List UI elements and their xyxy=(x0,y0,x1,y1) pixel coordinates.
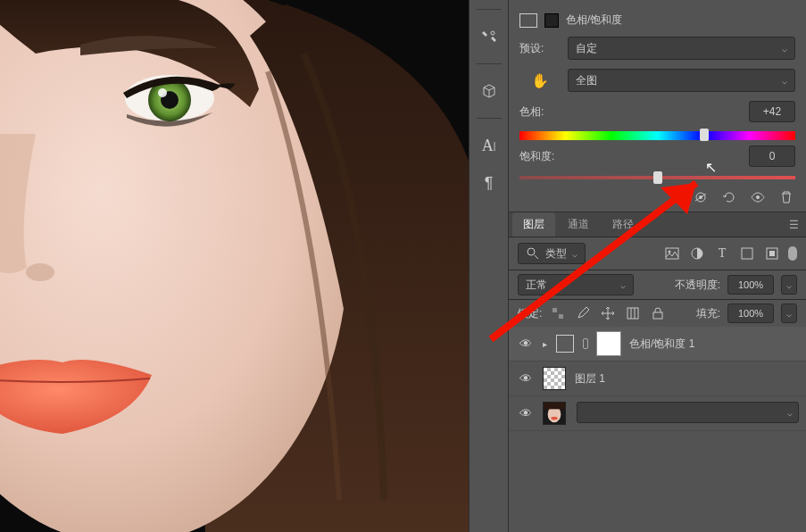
svg-rect-17 xyxy=(769,251,775,256)
layer-name[interactable]: 色相/饱和度 1 xyxy=(629,337,694,352)
filter-image-icon[interactable] xyxy=(663,245,681,262)
saturation-label: 饱和度: xyxy=(519,149,561,164)
preset-label: 预设: xyxy=(519,41,561,56)
svg-rect-21 xyxy=(653,312,662,319)
panels-area: 色相/饱和度 预设: 自定 ⌵ ✋ 全图 ⌵ 色相: +42 ↖ 饱和度: xyxy=(509,0,806,532)
lock-pixels-icon[interactable] xyxy=(549,304,567,322)
range-select[interactable]: 全图 ⌵ xyxy=(568,69,795,92)
hue-label: 色相: xyxy=(519,104,561,120)
svg-point-7 xyxy=(491,31,494,35)
layers-list: 👁 ▸ 色相/饱和度 1 👁 图层 1 👁 ⌵ xyxy=(509,327,806,532)
adjustment-thumb-icon xyxy=(556,335,574,353)
svg-rect-24 xyxy=(544,403,565,409)
visibility-icon[interactable] xyxy=(749,188,767,206)
tools-icon[interactable] xyxy=(478,26,500,47)
layer-thumb[interactable] xyxy=(543,402,566,425)
hue-saturation-panel: 色相/饱和度 预设: 自定 ⌵ ✋ 全图 ⌵ 色相: +42 ↖ 饱和度: xyxy=(509,0,806,212)
visibility-eye-icon[interactable]: 👁 xyxy=(518,371,534,386)
fill-label: 填充: xyxy=(696,306,720,321)
delete-icon[interactable] xyxy=(777,188,795,206)
range-value: 全图 xyxy=(576,73,597,88)
mask-thumb[interactable] xyxy=(597,332,620,355)
filter-text-icon[interactable]: T xyxy=(713,245,731,262)
clip-icon[interactable] xyxy=(663,188,681,206)
tab-channels[interactable]: 通道 xyxy=(557,212,600,237)
lock-move-icon[interactable] xyxy=(599,304,617,322)
link-icon[interactable] xyxy=(583,338,588,349)
paragraph-icon[interactable]: ¶ xyxy=(478,172,500,194)
hand-icon[interactable]: ✋ xyxy=(519,72,561,89)
preset-value: 自定 xyxy=(576,41,597,56)
lock-brush-icon[interactable] xyxy=(574,304,592,322)
chevron-down-icon: ⌵ xyxy=(620,280,626,290)
mask-icon xyxy=(544,13,559,28)
filter-type-select[interactable]: 类型 ⌵ xyxy=(518,243,586,264)
search-icon xyxy=(526,246,540,261)
document-canvas[interactable] xyxy=(0,0,469,532)
hue-slider-handle[interactable] xyxy=(700,129,709,141)
lock-frame-icon[interactable] xyxy=(624,304,642,322)
filter-shape-icon[interactable] xyxy=(738,245,756,262)
tab-layers[interactable]: 图层 xyxy=(512,212,555,237)
svg-point-5 xyxy=(158,88,167,97)
filter-toggle-icon[interactable] xyxy=(788,246,797,261)
fill-flyout[interactable]: ⌵ xyxy=(781,303,797,323)
text-a-icon[interactable]: A| xyxy=(478,135,500,156)
tab-paths[interactable]: 路径 xyxy=(602,212,644,237)
view-previous-icon[interactable] xyxy=(692,188,710,206)
svg-rect-18 xyxy=(553,308,557,312)
chevron-down-icon: ⌵ xyxy=(782,76,787,86)
svg-point-11 xyxy=(528,248,535,255)
layer-row[interactable]: 👁 ⌵ xyxy=(509,396,806,431)
filter-smart-icon[interactable] xyxy=(763,245,781,262)
saturation-slider-handle[interactable] xyxy=(653,171,662,184)
hue-slider[interactable] xyxy=(519,131,795,140)
svg-point-6 xyxy=(26,263,54,281)
layer-name[interactable]: 图层 1 xyxy=(575,371,605,387)
expand-icon[interactable]: ▸ xyxy=(543,339,547,349)
saturation-value-input[interactable]: 0 xyxy=(749,145,795,167)
layer-thumb[interactable] xyxy=(543,367,566,390)
hue-value-input[interactable]: +42 xyxy=(749,101,795,122)
opacity-label: 不透明度: xyxy=(675,278,720,293)
layer-filter-row: 类型 ⌵ T xyxy=(509,237,806,270)
cube-icon[interactable] xyxy=(478,80,500,102)
blend-mode-value: 正常 xyxy=(526,278,547,293)
lock-all-icon[interactable] xyxy=(649,304,667,322)
svg-point-13 xyxy=(669,251,671,254)
filter-adjust-icon[interactable] xyxy=(688,245,706,262)
reset-icon[interactable] xyxy=(720,188,738,206)
svg-rect-19 xyxy=(559,314,563,319)
panel-title: 色相/饱和度 xyxy=(566,12,622,28)
layer-row[interactable]: 👁 ▸ 色相/饱和度 1 xyxy=(509,327,806,362)
svg-rect-15 xyxy=(742,248,752,259)
layer-effects-select[interactable]: ⌵ xyxy=(577,402,799,423)
panel-menu-icon[interactable]: ☰ xyxy=(789,219,799,231)
visibility-eye-icon[interactable]: 👁 xyxy=(518,406,534,420)
filter-type-label: 类型 xyxy=(545,246,567,262)
svg-rect-20 xyxy=(627,308,638,319)
svg-point-25 xyxy=(551,417,557,420)
visibility-eye-icon[interactable]: 👁 xyxy=(518,337,534,351)
svg-point-10 xyxy=(756,195,760,199)
lock-label: 锁定: xyxy=(518,306,542,321)
preset-select[interactable]: 自定 ⌵ xyxy=(568,37,795,60)
blend-mode-row: 正常 ⌵ 不透明度: 100% ⌵ xyxy=(509,270,806,300)
fill-value-input[interactable]: 100% xyxy=(727,303,774,323)
adjustment-icon xyxy=(519,13,537,28)
blend-mode-select[interactable]: 正常 ⌵ xyxy=(518,274,634,295)
saturation-slider[interactable] xyxy=(519,176,795,179)
chevron-down-icon: ⌵ xyxy=(782,44,787,54)
opacity-value-input[interactable]: 100% xyxy=(727,275,774,295)
layer-row[interactable]: 👁 图层 1 xyxy=(509,362,806,396)
opacity-flyout[interactable]: ⌵ xyxy=(781,275,797,295)
chevron-down-icon: ⌵ xyxy=(572,249,577,259)
panel-tabs: 图层 通道 路径 ☰ xyxy=(509,212,806,237)
lock-row: 锁定: 填充: 100% ⌵ xyxy=(509,300,806,327)
vertical-toolbar: A| ¶ xyxy=(469,0,509,532)
